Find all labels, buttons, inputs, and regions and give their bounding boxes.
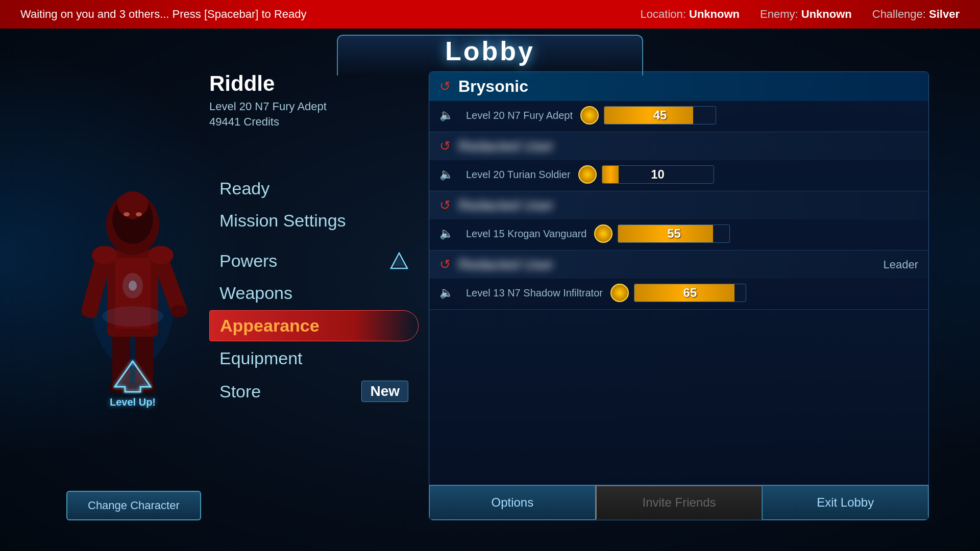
player-list-spacer — [429, 310, 928, 485]
challenge-label: Challenge: — [872, 8, 926, 20]
menu-appearance[interactable]: Appearance — [209, 310, 419, 341]
player-2-xp-bar: 10 — [602, 165, 714, 184]
left-panel: Level Up! Riddle Level 20 N7 Fury Adept … — [51, 71, 419, 520]
player-1-speaker-icon: 🔈 — [439, 109, 453, 122]
player-3-xp-fill — [618, 225, 713, 242]
player-3-detail-row: 🔈 Level 15 Krogan Vanguard 55 — [429, 219, 928, 250]
lobby-header: Lobby — [445, 36, 535, 66]
player-4-speaker-icon: 🔈 — [439, 286, 453, 299]
character-figure-wrapper: Level Up! — [56, 112, 209, 408]
challenge-info: Challenge: Silver — [872, 8, 960, 21]
player-3-reconnect-icon: ↺ — [439, 197, 451, 213]
location-label: Location: — [641, 8, 686, 20]
player-3-xp-container: 55 — [594, 224, 918, 243]
invite-friends-button[interactable]: Invite Friends — [596, 485, 763, 520]
player-3-xp-bar: 55 — [618, 224, 730, 243]
player-4-detail-row: 🔈 Level 13 N7 Shadow Infiltrator 65 — [429, 279, 928, 309]
menu-weapons[interactable]: Weapons — [209, 278, 419, 308]
player-2-name: Redacted User — [458, 138, 918, 155]
player-1-name: Brysonic — [458, 77, 528, 96]
location-value: Unknown — [689, 8, 740, 20]
player-3-speaker-icon: 🔈 — [439, 227, 453, 240]
player-2-medal-icon — [578, 165, 597, 184]
svg-point-17 — [92, 246, 117, 264]
exit-lobby-button[interactable]: Exit Lobby — [762, 485, 928, 520]
player-2-xp-value: 10 — [651, 167, 665, 182]
enemy-label: Enemy: — [760, 8, 798, 20]
main-content: Level Up! Riddle Level 20 N7 Fury Adept … — [51, 71, 929, 520]
svg-point-18 — [148, 246, 174, 264]
svg-point-15 — [124, 212, 130, 216]
player-1-xp-bar: 45 — [604, 106, 716, 124]
change-character-button[interactable]: Change Character — [66, 491, 201, 520]
player-slot-4: ↺ Redacted User Leader 🔈 Level 13 N7 Sha… — [429, 251, 928, 310]
game-info: Location: Unknown Enemy: Unknown Challen… — [641, 8, 960, 21]
level-up-badge: Level Up! — [110, 359, 156, 408]
player-2-speaker-icon: 🔈 — [439, 168, 453, 181]
player-4-name-row: ↺ Redacted User Leader — [429, 251, 928, 279]
player-3-medal-icon — [594, 224, 612, 243]
player-2-detail-row: 🔈 Level 20 Turian Soldier 10 — [429, 160, 928, 191]
location-info: Location: Unknown — [641, 8, 740, 21]
player-2-name-row: ↺ Redacted User — [429, 132, 928, 160]
bottom-buttons: Options Invite Friends Exit Lobby — [429, 485, 928, 520]
menu-list: Ready Mission Settings Powers Weapons A — [209, 173, 419, 409]
menu-mission-settings[interactable]: Mission Settings — [209, 206, 419, 236]
level-up-text: Level Up! — [110, 396, 156, 408]
player-1-name-row: ↺ Brysonic — [429, 72, 928, 101]
menu-store[interactable]: Store New — [209, 375, 419, 407]
char-info: Riddle Level 20 N7 Fury Adept 49441 Cred… — [209, 71, 419, 154]
menu-ready[interactable]: Ready — [209, 173, 419, 204]
options-button[interactable]: Options — [429, 485, 596, 520]
player-1-class: Level 20 N7 Fury Adept — [466, 110, 573, 121]
player-2-class: Level 20 Turian Soldier — [466, 169, 571, 181]
right-panel: ↺ Brysonic 🔈 Level 20 N7 Fury Adept 45 ↺ — [429, 71, 929, 520]
level-up-arrow-icon — [112, 359, 153, 394]
menu-powers[interactable]: Powers — [209, 246, 419, 276]
powers-badge-icon — [390, 252, 408, 270]
player-4-class: Level 13 N7 Shadow Infiltrator — [466, 287, 603, 299]
player-slot-2: ↺ Redacted User 🔈 Level 20 Turian Soldie… — [429, 132, 928, 191]
player-3-name-row: ↺ Redacted User — [429, 191, 928, 219]
player-slot-1: ↺ Brysonic 🔈 Level 20 N7 Fury Adept 45 — [429, 72, 928, 132]
player-2-xp-fill — [602, 166, 619, 183]
challenge-value: Silver — [929, 8, 960, 20]
player-1-reconnect-icon: ↺ — [439, 79, 451, 94]
player-4-xp-value: 65 — [683, 286, 697, 300]
enemy-info: Enemy: Unknown — [760, 8, 852, 21]
status-bar: Waiting on you and 3 others... Press [Sp… — [0, 0, 980, 29]
player-4-reconnect-icon: ↺ — [439, 257, 451, 272]
player-4-xp-container: 65 — [610, 284, 918, 302]
player-3-xp-value: 55 — [667, 227, 681, 241]
svg-point-8 — [129, 281, 137, 291]
player-1-xp-value: 45 — [653, 108, 667, 122]
player-slot-3: ↺ Redacted User 🔈 Level 15 Krogan Vangua… — [429, 191, 928, 251]
player-1-xp-container: 45 — [580, 106, 918, 124]
player-3-class: Level 15 Krogan Vanguard — [466, 228, 586, 240]
enemy-value: Unknown — [801, 8, 852, 20]
player-1-medal-icon — [580, 106, 599, 124]
player-3-name: Redacted User — [458, 197, 918, 214]
player-4-leader-badge: Leader — [883, 258, 918, 271]
player-1-xp-fill — [604, 107, 693, 124]
wait-message: Waiting on you and 3 others... Press [Sp… — [20, 8, 307, 21]
menu-equipment[interactable]: Equipment — [209, 343, 419, 373]
player-1-detail-row: 🔈 Level 20 N7 Fury Adept 45 — [429, 101, 928, 132]
svg-point-11 — [170, 305, 187, 317]
lobby-title: Lobby — [445, 36, 535, 66]
char-level: Level 20 N7 Fury Adept — [209, 100, 419, 113]
char-credits: 49441 Credits — [209, 115, 419, 129]
new-badge: New — [361, 381, 408, 402]
svg-point-16 — [136, 212, 142, 216]
player-4-medal-icon — [610, 284, 629, 302]
player-4-name: Redacted User — [458, 257, 918, 273]
svg-point-19 — [102, 306, 163, 327]
player-2-reconnect-icon: ↺ — [439, 138, 451, 154]
player-4-xp-bar: 65 — [634, 284, 746, 302]
player-2-xp-container: 10 — [578, 165, 918, 184]
